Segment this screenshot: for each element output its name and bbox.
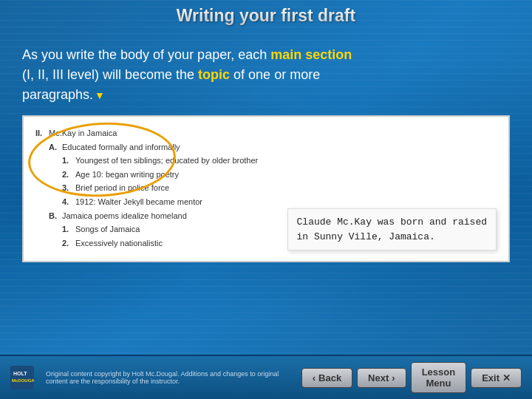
page-title: Writing your first draft bbox=[0, 6, 532, 26]
lesson-menu-label: Lesson Menu bbox=[422, 366, 456, 389]
outline-label-6: B. bbox=[49, 210, 62, 223]
back-chevron-icon: ‹ bbox=[313, 372, 316, 383]
outline-label-2: 1. bbox=[62, 154, 75, 168]
exit-button-label: Exit bbox=[482, 372, 499, 383]
svg-text:McDOUGAL: McDOUGAL bbox=[12, 378, 34, 383]
exit-button[interactable]: Exit ✕ bbox=[471, 368, 522, 388]
outline-text-0: Mc.Kay in Jamaica bbox=[49, 127, 117, 140]
intro-text-4: paragraphs. bbox=[22, 87, 93, 102]
svg-rect-0 bbox=[10, 366, 34, 389]
outline-text-8: Excessively nationalistic bbox=[75, 237, 163, 250]
svg-text:HOLT: HOLT bbox=[13, 371, 27, 376]
outline-row-3: 2. Age 10: began writing poetry bbox=[62, 168, 497, 182]
highlight-main-section: main section bbox=[270, 47, 352, 62]
bottom-navigation: HOLT McDOUGAL Original content copyright… bbox=[0, 355, 532, 399]
nav-buttons-group: ‹ Back Next › Lesson Menu Exit ✕ bbox=[301, 362, 522, 393]
outline-row-1: A. Educated formally and informally bbox=[49, 141, 497, 154]
intro-text-1: As you write the body of your paper, eac… bbox=[22, 47, 270, 62]
outline-row-0: II. Mc.Kay in Jamaica bbox=[35, 127, 497, 140]
back-button-label: Back bbox=[318, 372, 341, 383]
outline-text-2: Youngest of ten siblings; educated by ol… bbox=[75, 154, 258, 168]
topic-sentence-box: Claude Mc.Kay was born and raised in Sun… bbox=[287, 208, 497, 250]
outline-row-5: 4. 1912: Walter Jekyll became mentor bbox=[62, 196, 497, 209]
next-button[interactable]: Next › bbox=[357, 368, 406, 388]
next-chevron-icon: › bbox=[392, 372, 395, 383]
outline-text-1: Educated formally and informally bbox=[62, 141, 180, 154]
outline-label-3: 2. bbox=[62, 168, 75, 182]
outline-label-1: A. bbox=[49, 141, 62, 154]
copyright-text: Original content copyright by Holt Mc.Do… bbox=[38, 370, 301, 385]
outline-label-8: 2. bbox=[62, 237, 75, 250]
exit-x-icon: ✕ bbox=[502, 372, 511, 383]
back-button[interactable]: ‹ Back bbox=[301, 368, 352, 388]
topic-sentence-line2: in Sunny Ville, Jamaica. bbox=[297, 231, 435, 242]
outline-label-4: 3. bbox=[62, 182, 75, 195]
outline-text-3: Age 10: began writing poetry bbox=[75, 168, 179, 182]
document-area: II. Mc.Kay in Jamaica A. Educated formal… bbox=[22, 115, 510, 262]
next-button-label: Next bbox=[368, 372, 389, 383]
outline-text-6: Jamaica poems idealize homeland bbox=[62, 210, 187, 223]
outline-document: II. Mc.Kay in Jamaica A. Educated formal… bbox=[22, 115, 510, 262]
outline-label-0: II. bbox=[35, 127, 49, 140]
outline-row-2: 1. Youngest of ten siblings; educated by… bbox=[62, 154, 497, 168]
outline-text-4: Brief period in police force bbox=[75, 182, 169, 195]
outline-label-7: 1. bbox=[62, 223, 75, 236]
logo-area: HOLT McDOUGAL Original content copyright… bbox=[10, 366, 301, 389]
arrow-down-icon: ▼ bbox=[95, 88, 105, 103]
outline-text-5: 1912: Walter Jekyll became mentor bbox=[75, 196, 202, 209]
intro-text-2: (I, II, III level) will become the bbox=[22, 67, 198, 82]
holt-mcdougal-logo-icon: HOLT McDOUGAL bbox=[10, 366, 34, 389]
outline-label-5: 4. bbox=[62, 196, 75, 209]
lesson-menu-button[interactable]: Lesson Menu bbox=[411, 362, 467, 393]
intro-text-3: of one or more bbox=[230, 67, 320, 82]
topic-sentence-line1: Claude Mc.Kay was born and raised bbox=[297, 216, 487, 228]
highlight-topic: topic bbox=[198, 67, 230, 82]
intro-paragraph: As you write the body of your paper, eac… bbox=[22, 45, 510, 105]
outline-row-4: 3. Brief period in police force bbox=[62, 182, 497, 195]
outline-text-7: Songs of Jamaica bbox=[75, 223, 140, 236]
